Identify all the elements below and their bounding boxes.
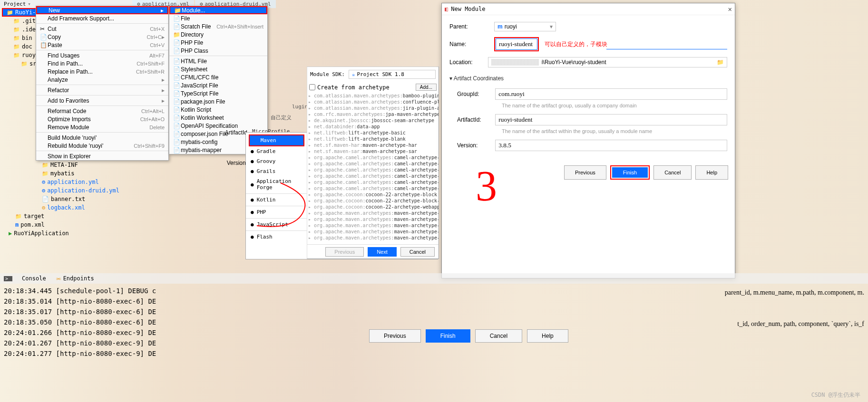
create-archetype-checkbox[interactable] [309, 84, 315, 90]
sdk-select[interactable]: ☕Project SDK 1.8 [349, 70, 436, 79]
menu-item[interactable]: Rebuild Module 'ruoyi'Ctrl+Shift+F9 [36, 142, 168, 150]
help-button[interactable]: Help [695, 165, 728, 180]
module-type-item[interactable]: ● Flash [246, 232, 307, 242]
menu-item[interactable]: Replace in Path...Ctrl+Shift+R [36, 67, 168, 76]
archetype-item[interactable]: ▸ net.sf.maven-har:maven-archetype-har [307, 142, 439, 148]
menu-item[interactable]: 📄Scratch FileCtrl+Alt+Shift+Insert [169, 22, 267, 30]
menu-item[interactable]: Refactor▸ [36, 86, 168, 94]
add-archetype-button[interactable]: Add... [416, 84, 437, 91]
cancel-button[interactable]: Cancel [653, 165, 692, 180]
module-type-item[interactable]: ● Grails [246, 166, 307, 176]
endpoints-tab[interactable]: ⫘ Endpoints [56, 275, 94, 282]
menu-item[interactable]: Add to Favorites▸ [36, 96, 168, 105]
archetype-item[interactable]: ▸ com.atlassian.maven.archetypes:bamboo-… [307, 93, 439, 99]
menu-item[interactable]: Reformat CodeCtrl+Alt+L [36, 107, 168, 115]
cancel-button[interactable]: Cancel [475, 329, 522, 343]
menu-item[interactable]: Analyze▸ [36, 76, 168, 84]
tree-item[interactable]: ⚙application-druid.yml [2, 186, 135, 195]
menu-item[interactable]: 📄CFML/CFC file [169, 73, 267, 81]
name-input[interactable] [496, 38, 537, 50]
module-type-item[interactable]: ● Kotlin [246, 195, 307, 205]
module-type-item[interactable]: ● PHP [246, 207, 307, 217]
finish-button[interactable]: Finish [426, 329, 470, 343]
next-button[interactable]: Next [368, 247, 397, 257]
archetype-item[interactable]: ▸ org.apache.maven.archetypes:maven-arch… [307, 210, 439, 216]
tree-item[interactable]: ⚙application.yml [2, 178, 135, 186]
previous-button[interactable]: Previous [369, 329, 421, 343]
module-type-item[interactable]: m Maven [250, 135, 303, 145]
menu-item[interactable]: 📄Kotlin Worksheet [169, 114, 267, 122]
previous-button[interactable]: Previous [564, 165, 606, 180]
archetype-item[interactable]: ▸ org.apache.cocoon:cocoon-22-archetype-… [307, 191, 439, 198]
archetype-item[interactable]: ▸ net.liftweb:lift-archetype-blank [307, 136, 439, 142]
archetype-item[interactable]: ▸ com.rfc.maven.archetypes:jpa-maven-arc… [307, 111, 439, 117]
console-tab[interactable]: Console [22, 275, 46, 282]
menu-item[interactable]: Add Framework Support... [36, 14, 168, 22]
tree-item[interactable]: mpom.xml [2, 220, 135, 229]
archetype-item[interactable]: ▸ org.apache.camel.archetypes:camel-arch… [307, 167, 439, 173]
tree-item[interactable]: ▶RuoYiApplication [2, 229, 135, 238]
menu-item[interactable]: 📄CopyCtrl+C▸ [36, 33, 168, 41]
menu-item[interactable]: 📄JavaScript File [169, 81, 267, 89]
module-type-item[interactable]: ● Groovy [246, 156, 307, 166]
menu-item[interactable]: Find UsagesAlt+F7 [36, 51, 168, 59]
menu-item[interactable]: 📄package.json File [169, 97, 267, 105]
menu-item[interactable]: Remove ModuleDelete [36, 123, 168, 131]
menu-item[interactable]: 📁Directory [169, 30, 267, 38]
archetype-item[interactable]: ▸ org.apache.cocoon:cocoon-22-archetype-… [307, 204, 439, 210]
menu-item[interactable]: 📄TypeScript File [169, 89, 267, 97]
close-icon[interactable]: ✕ [728, 5, 732, 13]
archetype-item[interactable]: ▸ org.apache.camel.archetypes:camel-arch… [307, 161, 439, 167]
menu-item[interactable]: ✂CutCtrl+X [36, 25, 168, 33]
groupid-input[interactable] [495, 88, 727, 100]
archetype-item[interactable]: ▸ org.apache.maven.archetypes:maven-arch… [307, 235, 439, 241]
menu-item[interactable]: 📁Module... [169, 6, 267, 14]
menu-item[interactable]: 📄File [169, 14, 267, 22]
section-toggle[interactable]: ▾ Artifact Coordinates [449, 73, 727, 84]
archetype-item[interactable]: ▸ org.apache.camel.archetypes:camel-arch… [307, 185, 439, 191]
archetype-item[interactable]: ▸ org.apache.camel.archetypes:camel-arch… [307, 179, 439, 185]
archetype-list[interactable]: ▸ com.atlassian.maven.archetypes:bamboo-… [307, 93, 439, 241]
menu-item[interactable]: Optimize ImportsCtrl+Alt+O [36, 115, 168, 123]
module-type-item[interactable]: ● JavaScript [246, 220, 307, 230]
archetype-item[interactable]: ▸ org.apache.maven.archetypes:maven-arch… [307, 216, 439, 222]
tree-item[interactable]: target [2, 212, 135, 220]
archetype-item[interactable]: ▸ org.apache.camel.archetypes:camel-arch… [307, 154, 439, 161]
plugin-text: lugin [292, 104, 308, 110]
archetype-item[interactable]: ▸ net.liftweb:lift-archetype-basic [307, 130, 439, 136]
archetype-item[interactable]: ▸ net.sf.maven-sar:maven-archetype-sar [307, 148, 439, 154]
menu-item[interactable]: 📄Kotlin Script [169, 105, 267, 114]
cancel-button[interactable]: Cancel [400, 247, 435, 257]
parent-select[interactable]: m ruoyi [494, 22, 556, 31]
archetype-item[interactable]: ▸ org.apache.maven.archetypes:maven-arch… [307, 229, 439, 235]
archetype-item[interactable]: ▸ net.databinder:data-app [307, 124, 439, 130]
menu-item[interactable]: Find in Path...Ctrl+Shift+F [36, 59, 168, 67]
artifactid-input[interactable] [495, 114, 727, 125]
browse-icon[interactable]: 📁 [717, 59, 724, 66]
tree-item[interactable]: ⚙logback.xml [2, 203, 135, 212]
module-type-item[interactable]: ● Gradle [246, 146, 307, 156]
chevron-down-icon [550, 23, 553, 30]
version-input[interactable] [495, 140, 727, 151]
menu-item[interactable]: 📄PHP Class [169, 47, 267, 55]
tree-item[interactable]: 📄banner.txt [2, 195, 135, 203]
archetype-item[interactable]: ▸ de.akquinet.jbosscc:jbosscc-seam-arche… [307, 117, 439, 124]
menu-item[interactable]: Show in Explorer [36, 152, 168, 160]
tree-item[interactable]: META-INF [2, 161, 135, 169]
module-type-item[interactable]: ● Application Forge [246, 176, 307, 192]
archetype-item[interactable]: ▸ com.atlassian.maven.archetypes:jira-pl… [307, 105, 439, 111]
help-button[interactable]: Help [527, 329, 568, 343]
menu-item[interactable]: New▸ [36, 6, 168, 14]
finish-button[interactable]: Finish [612, 167, 648, 178]
archetype-item[interactable]: ▸ org.apache.cocoon:cocoon-22-archetype-… [307, 198, 439, 204]
menu-item[interactable]: 📄Stylesheet [169, 65, 267, 73]
menu-item[interactable]: 📄PHP File [169, 38, 267, 47]
archetype-item[interactable]: ▸ com.atlassian.maven.archetypes:conflue… [307, 99, 439, 105]
menu-item[interactable]: 📋PasteCtrl+V [36, 41, 168, 49]
archetype-item[interactable]: ▸ org.apache.maven.archetypes:maven-arch… [307, 222, 439, 229]
menu-item[interactable]: Build Module 'ruoyi' [36, 134, 168, 142]
location-field[interactable]: i\RuoYi-Vue\ruoyi-student 📁 [488, 57, 727, 67]
menu-item[interactable]: 📄HTML File [169, 57, 267, 65]
archetype-item[interactable]: ▸ org.apache.camel.archetypes:camel-arch… [307, 173, 439, 179]
tree-item[interactable]: mybatis [2, 169, 135, 178]
